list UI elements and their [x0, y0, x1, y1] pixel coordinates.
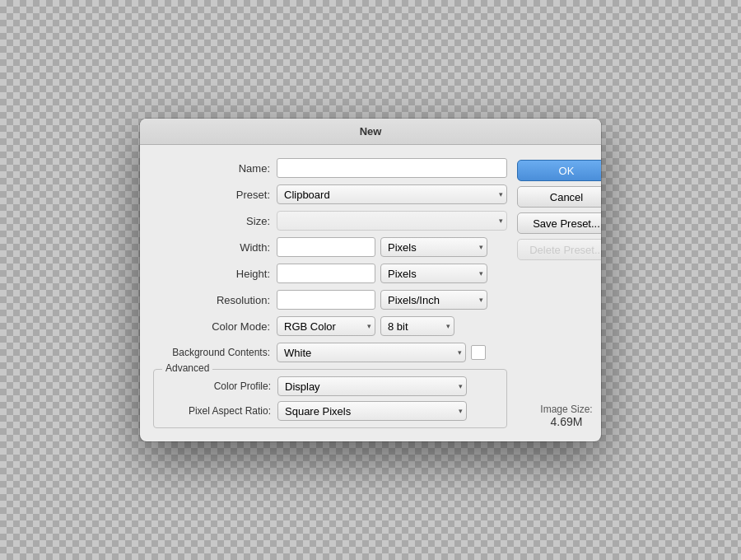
bg-contents-controls: White Background Color Transparent ▾: [277, 343, 507, 362]
dialog-body: Name: Artwork Preset: Clipboard Custom D…: [140, 145, 601, 441]
preset-label: Preset:: [153, 189, 277, 201]
bit-depth-select[interactable]: 8 bit 16 bit 32 bit: [380, 316, 454, 336]
pixel-aspect-select-wrapper: Square Pixels D1/DV NTSC (0.91) D1/DV PA…: [277, 401, 467, 421]
name-label: Name:: [153, 162, 277, 175]
color-profile-label: Color Profile:: [162, 380, 277, 392]
bg-contents-row: Background Contents: White Background Co…: [153, 343, 507, 362]
preset-select[interactable]: Clipboard Custom Default Photoshop Size …: [277, 184, 507, 204]
height-controls: 1280 Pixels Inches Centimeters Millimete…: [277, 264, 507, 283]
preset-select-wrapper: Clipboard Custom Default Photoshop Size …: [277, 184, 507, 204]
color-profile-row: Color Profile: Display sRGB IEC61966-2.1…: [162, 376, 498, 396]
preset-controls: Clipboard Custom Default Photoshop Size …: [277, 184, 507, 204]
width-unit-wrapper: Pixels Inches Centimeters Millimeters ▾: [380, 237, 487, 257]
color-mode-controls: Bitmap Grayscale RGB Color CMYK Color La…: [277, 316, 507, 336]
color-profile-controls: Display sRGB IEC61966-2.1 Adobe RGB (199…: [277, 376, 498, 396]
height-label: Height:: [153, 268, 277, 280]
name-controls: Artwork: [277, 158, 507, 178]
height-unit-select[interactable]: Pixels Inches Centimeters Millimeters: [380, 264, 487, 283]
dialog-title-bar: New: [140, 119, 601, 145]
size-row: Size: ▾: [153, 211, 507, 231]
save-preset-button[interactable]: Save Preset...: [517, 212, 601, 234]
pixel-aspect-row: Pixel Aspect Ratio: Square Pixels D1/DV …: [162, 401, 498, 421]
size-select-wrapper: ▾: [277, 211, 507, 231]
width-controls: 1280 Pixels Inches Centimeters Millimete…: [277, 237, 507, 257]
color-mode-label: Color Mode:: [153, 320, 277, 333]
width-unit-select[interactable]: Pixels Inches Centimeters Millimeters: [380, 237, 487, 257]
right-panel: OK Cancel Save Preset... Delete Preset..…: [517, 158, 601, 428]
color-mode-select[interactable]: Bitmap Grayscale RGB Color CMYK Color La…: [277, 316, 375, 336]
left-panel: Name: Artwork Preset: Clipboard Custom D…: [153, 158, 507, 428]
color-profile-select-wrapper: Display sRGB IEC61966-2.1 Adobe RGB (199…: [277, 376, 467, 396]
name-row: Name: Artwork: [153, 158, 507, 178]
resolution-input[interactable]: 72: [277, 290, 375, 310]
bg-contents-select-wrapper: White Background Color Transparent ▾: [277, 343, 466, 362]
bit-depth-wrapper: 8 bit 16 bit 32 bit ▾: [380, 316, 454, 336]
ok-button[interactable]: OK: [517, 160, 601, 181]
color-profile-select[interactable]: Display sRGB IEC61966-2.1 Adobe RGB (199…: [277, 376, 467, 396]
height-row: Height: 1280 Pixels Inches Centimeters M…: [153, 264, 507, 283]
resolution-unit-wrapper: Pixels/Inch Pixels/Centimeter ▾: [380, 290, 487, 310]
cancel-button[interactable]: Cancel: [517, 186, 601, 208]
dialog-title: New: [360, 125, 382, 138]
resolution-controls: 72 Pixels/Inch Pixels/Centimeter ▾: [277, 290, 507, 310]
pixel-aspect-label: Pixel Aspect Ratio:: [162, 405, 277, 417]
delete-preset-button[interactable]: Delete Preset...: [517, 239, 601, 260]
width-input[interactable]: 1280: [277, 237, 375, 257]
pixel-aspect-controls: Square Pixels D1/DV NTSC (0.91) D1/DV PA…: [277, 401, 498, 421]
resolution-label: Resolution:: [153, 294, 277, 306]
height-input[interactable]: 1280: [277, 264, 375, 283]
advanced-group: Advanced Color Profile: Display sRGB IEC…: [153, 369, 507, 428]
size-label: Size:: [153, 215, 277, 227]
size-controls: ▾: [277, 211, 507, 231]
name-input[interactable]: Artwork: [277, 158, 507, 178]
image-size-info: Image Size: 4.69M: [517, 394, 601, 428]
resolution-row: Resolution: 72 Pixels/Inch Pixels/Centim…: [153, 290, 507, 310]
width-row: Width: 1280 Pixels Inches Centimeters Mi…: [153, 237, 507, 257]
preset-row: Preset: Clipboard Custom Default Photosh…: [153, 184, 507, 204]
pixel-aspect-select[interactable]: Square Pixels D1/DV NTSC (0.91) D1/DV PA…: [277, 401, 467, 421]
image-size-value: 4.69M: [517, 415, 601, 428]
size-select[interactable]: [277, 211, 507, 231]
advanced-legend: Advanced: [162, 362, 212, 374]
color-swatch[interactable]: [471, 345, 486, 360]
width-label: Width:: [153, 241, 277, 254]
resolution-unit-select[interactable]: Pixels/Inch Pixels/Centimeter: [380, 290, 487, 310]
image-size-label: Image Size:: [517, 404, 601, 415]
new-document-dialog: New Name: Artwork Preset: Clipboard Cust…: [140, 119, 601, 441]
color-mode-row: Color Mode: Bitmap Grayscale RGB Color C…: [153, 316, 507, 336]
bg-contents-label: Background Contents:: [153, 347, 277, 358]
height-unit-wrapper: Pixels Inches Centimeters Millimeters ▾: [380, 264, 487, 283]
color-mode-select-wrapper: Bitmap Grayscale RGB Color CMYK Color La…: [277, 316, 375, 336]
bg-contents-select[interactable]: White Background Color Transparent: [277, 343, 466, 362]
